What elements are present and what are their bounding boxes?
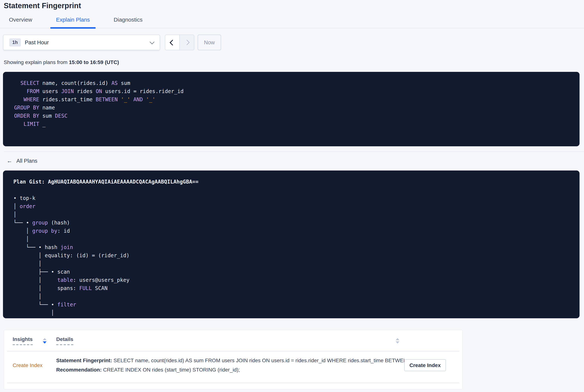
code-line	[13, 186, 572, 194]
code-line: • top-k	[13, 194, 572, 202]
table-row: Create Index Statement Fingerprint: SELE…	[7, 352, 459, 383]
sort-desc-arrow	[43, 341, 46, 344]
interval-badge: 1h	[9, 38, 21, 46]
chevron-right-icon	[184, 40, 189, 45]
code-line: └── • filter	[13, 300, 572, 308]
insights-table-header: Insights Details	[7, 330, 459, 352]
next-interval-button[interactable]	[180, 35, 194, 50]
time-range-dropdown[interactable]: 1h Past Hour	[3, 34, 160, 50]
code-line: └── • hash join	[13, 243, 572, 251]
code-line: │	[13, 235, 572, 243]
sort-icon-insights[interactable]	[43, 338, 46, 344]
time-toolbar: 1h Past Hour Now	[3, 34, 581, 50]
statement-fingerprint-page: Statement Fingerprint OverviewExplain Pl…	[0, 0, 584, 392]
code-line: LIMIT _	[14, 120, 572, 128]
plan-gist-block: Plan Gist: AgHUAQIABQAAAAHYAQIAiAEAAAADC…	[3, 170, 580, 318]
prev-interval-button[interactable]	[165, 35, 180, 50]
code-line: │	[13, 308, 572, 317]
code-line: WHERE rides.start_time BETWEEN '_' AND '…	[14, 95, 572, 104]
insight-type-link[interactable]: Create Index	[13, 362, 56, 368]
tab-overview[interactable]: Overview	[3, 11, 38, 28]
column-header-insights: Insights	[13, 336, 56, 345]
all-plans-link[interactable]: ← All Plans	[7, 158, 584, 164]
code-line: SELECT name, count(rides.id) AS sum	[14, 79, 572, 87]
code-line: │ spans: FULL SCAN	[13, 284, 572, 292]
code-line: │ group by: id	[13, 227, 572, 235]
code-line: │	[13, 260, 572, 268]
code-line: ├── • scan	[13, 268, 572, 276]
code-line: GROUP BY name	[14, 104, 572, 112]
card-bottom-padding	[7, 383, 459, 389]
showing-plans-status: Showing explain plans from 15:00 to 16:5…	[4, 59, 584, 65]
details-column-label[interactable]: Details	[56, 336, 73, 345]
section-divider	[4, 152, 584, 152]
tab-explain-plans[interactable]: Explain Plans	[50, 11, 96, 28]
create-index-button[interactable]: Create Index	[404, 359, 446, 371]
sql-statement-block: SELECT name, count(rides.id) AS sum FROM…	[3, 72, 580, 146]
sort-icon-details[interactable]	[396, 338, 399, 344]
arrow-left-icon: ←	[7, 158, 12, 164]
status-prefix: Showing explain plans from	[4, 59, 69, 65]
insight-details-cell: Statement Fingerprint: SELECT name, coun…	[56, 356, 404, 374]
sort-asc-arrow	[43, 338, 46, 340]
code-line: └── • group (hash)	[13, 218, 572, 227]
interval-label: Past Hour	[25, 40, 49, 46]
code-line: │ equality: (id) = (rider_id)	[13, 251, 572, 260]
insights-table-card: Insights Details Create Index Statement …	[4, 330, 463, 390]
detail-line: Statement Fingerprint: SELECT name, coun…	[56, 356, 404, 365]
tab-bar: OverviewExplain PlansDiagnostics	[0, 11, 584, 28]
code-line: │ table: users@users_pkey	[13, 276, 572, 284]
code-line: │ order	[13, 202, 572, 210]
code-line: ORDER BY sum DESC	[14, 112, 572, 120]
code-line: │	[13, 292, 572, 300]
code-line: │	[13, 210, 572, 218]
chevron-down-icon	[150, 39, 154, 44]
sort-desc-arrow	[396, 341, 399, 344]
sort-asc-arrow	[396, 338, 399, 340]
now-button[interactable]: Now	[198, 34, 221, 50]
code-line: FROM users JOIN rides ON users.id = ride…	[14, 87, 572, 95]
page-title: Statement Fingerprint	[0, 0, 584, 10]
all-plans-label: All Plans	[16, 158, 37, 164]
column-header-details: Details	[56, 336, 399, 345]
time-pager	[165, 34, 194, 50]
code-line: Plan Gist: AgHUAQIABQAAAAHYAQIAiAEAAAADC…	[13, 178, 572, 186]
detail-line: Recommendation: CREATE INDEX ON rides (s…	[56, 365, 404, 374]
status-time-range: 15:00 to 16:59 (UTC)	[69, 59, 119, 65]
chevron-left-icon	[169, 40, 175, 45]
tab-diagnostics[interactable]: Diagnostics	[108, 11, 148, 28]
insights-column-label[interactable]: Insights	[13, 336, 32, 345]
